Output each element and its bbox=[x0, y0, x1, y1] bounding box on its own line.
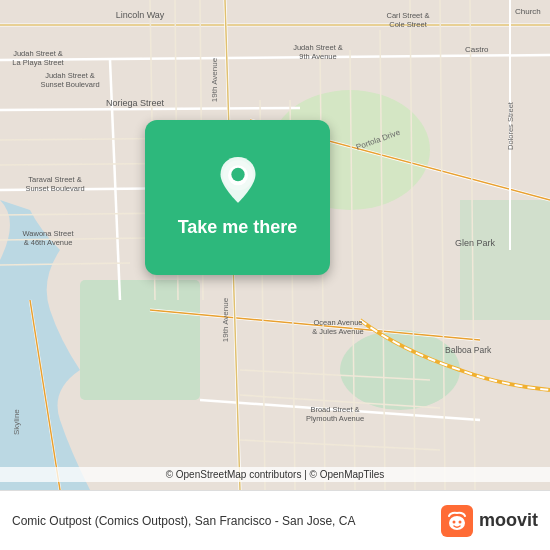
svg-text:La Playa Street: La Playa Street bbox=[12, 58, 64, 67]
location-text: Comic Outpost (Comics Outpost), San Fran… bbox=[12, 514, 355, 528]
svg-text:Sunset Boulevard: Sunset Boulevard bbox=[25, 184, 84, 193]
svg-text:19th Avenue: 19th Avenue bbox=[221, 297, 230, 342]
map-container: Lincoln Way Judah Street & La Playa Stre… bbox=[0, 0, 550, 490]
svg-text:9th Avenue: 9th Avenue bbox=[299, 52, 336, 61]
svg-text:Plymouth Avenue: Plymouth Avenue bbox=[306, 414, 364, 423]
bottom-bar: Comic Outpost (Comics Outpost), San Fran… bbox=[0, 490, 550, 550]
svg-text:Taraval Street &: Taraval Street & bbox=[28, 175, 81, 184]
svg-text:Carl Street &: Carl Street & bbox=[387, 11, 430, 20]
svg-text:& 46th Avenue: & 46th Avenue bbox=[24, 238, 73, 247]
take-me-there-label: Take me there bbox=[178, 217, 298, 238]
svg-point-72 bbox=[458, 520, 461, 523]
svg-text:Sunset Boulevard: Sunset Boulevard bbox=[40, 80, 99, 89]
svg-text:Broad Street &: Broad Street & bbox=[310, 405, 359, 414]
location-info: Comic Outpost (Comics Outpost), San Fran… bbox=[12, 514, 441, 528]
svg-text:Lincoln Way: Lincoln Way bbox=[116, 10, 165, 20]
svg-point-71 bbox=[452, 520, 455, 523]
osm-attribution: © OpenStreetMap contributors | © OpenMap… bbox=[0, 467, 550, 482]
svg-text:Dolores Street: Dolores Street bbox=[506, 101, 515, 150]
svg-text:Wawona Street: Wawona Street bbox=[23, 229, 75, 238]
location-pin-icon bbox=[213, 157, 263, 207]
svg-text:Glen Park: Glen Park bbox=[455, 238, 496, 248]
moovit-icon bbox=[441, 505, 473, 537]
svg-text:Castro: Castro bbox=[465, 45, 489, 54]
svg-text:Ocean Avenue: Ocean Avenue bbox=[313, 318, 362, 327]
moovit-logo: moovit bbox=[441, 505, 538, 537]
svg-text:19th Avenue: 19th Avenue bbox=[210, 57, 219, 102]
svg-point-69 bbox=[231, 168, 244, 181]
svg-rect-1 bbox=[80, 280, 200, 400]
svg-text:Cole Street: Cole Street bbox=[389, 20, 427, 29]
svg-text:Judah Street &: Judah Street & bbox=[13, 49, 63, 58]
svg-text:& Jules Avenue: & Jules Avenue bbox=[312, 327, 364, 336]
moovit-label: moovit bbox=[479, 510, 538, 531]
svg-point-2 bbox=[340, 330, 460, 410]
action-card[interactable]: Take me there bbox=[145, 120, 330, 275]
svg-text:Judah Street &: Judah Street & bbox=[293, 43, 343, 52]
svg-text:Skyline: Skyline bbox=[12, 409, 21, 435]
svg-text:Balboa Park: Balboa Park bbox=[445, 345, 492, 355]
svg-text:Church: Church bbox=[515, 7, 541, 16]
svg-text:Judah Street &: Judah Street & bbox=[45, 71, 95, 80]
svg-text:Noriega Street: Noriega Street bbox=[106, 98, 165, 108]
